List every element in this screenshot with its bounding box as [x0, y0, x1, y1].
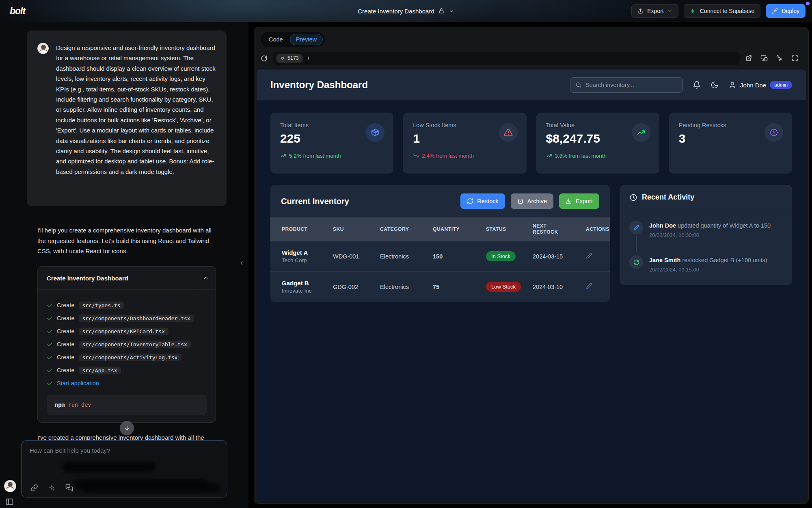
- export-csv-button[interactable]: Export: [559, 193, 599, 209]
- col-product: Product: [270, 217, 333, 241]
- search-input[interactable]: [585, 82, 678, 88]
- project-title-menu[interactable]: Create Inventory Dashboard: [358, 0, 454, 22]
- account-avatar[interactable]: [4, 480, 16, 492]
- package-icon: [366, 123, 384, 142]
- user-menu[interactable]: John Doe admin: [728, 81, 792, 89]
- fullscreen-icon[interactable]: [791, 54, 799, 62]
- recent-activity-card: Recent Activity John Doe updated quantit…: [620, 185, 792, 285]
- quantity-cell[interactable]: 150: [433, 241, 486, 271]
- file-chip[interactable]: src/types.ts: [79, 302, 124, 309]
- check-icon: [47, 328, 53, 334]
- tab-preview[interactable]: Preview: [290, 34, 323, 45]
- kpi-delta-text: 5.2% from last month: [289, 153, 341, 159]
- reload-icon[interactable]: [261, 55, 268, 62]
- open-external-icon[interactable]: [745, 54, 752, 62]
- refresh-icon: [629, 255, 643, 269]
- share-icon: [637, 8, 644, 14]
- project-title: Create Inventory Dashboard: [358, 8, 434, 15]
- devices-icon[interactable]: [760, 54, 768, 62]
- scroll-to-bottom-button[interactable]: [120, 421, 134, 435]
- connect-supabase-button[interactable]: Connect to Supabase: [684, 4, 761, 18]
- quantity-cell[interactable]: 75: [433, 271, 486, 302]
- edit-pencil-icon[interactable]: [586, 283, 592, 289]
- artifact-step: Create src/components/KPICard.tsx: [47, 325, 207, 338]
- current-inventory-card: Current Inventory Restock Archive: [270, 185, 610, 302]
- inventory-table: Product SKU Category Quantity Status Nex…: [270, 217, 610, 302]
- inspect-cursor-icon[interactable]: [776, 54, 783, 62]
- deploy-button[interactable]: Deploy: [766, 4, 806, 18]
- export-button[interactable]: Export: [631, 4, 678, 18]
- link-icon[interactable]: [30, 484, 38, 492]
- chevron-down-icon: [449, 9, 454, 14]
- bolt-logo[interactable]: bolt: [10, 6, 25, 17]
- app-header: Inventory Dashboard John Doe admin: [257, 69, 806, 100]
- inventory-search[interactable]: [570, 77, 683, 93]
- redacted-content: [63, 462, 155, 472]
- sparkles-icon[interactable]: [48, 484, 56, 492]
- chat-input[interactable]: [30, 447, 216, 461]
- edit-pencil-icon[interactable]: [586, 252, 592, 259]
- notification-dot: [806, 2, 810, 5]
- file-chip[interactable]: src/components/DashboardHeader.tsx: [79, 315, 194, 322]
- artifact-header[interactable]: Create Inventory Dashboard: [38, 267, 216, 290]
- trend-up-icon: [280, 153, 286, 159]
- check-icon: [47, 367, 53, 373]
- activity-item: Jane Smith restocked Gadget B (+100 unit…: [629, 255, 782, 273]
- activity-item: John Doe updated quantity of Widget A to…: [629, 221, 782, 238]
- file-chip[interactable]: src/components/InventoryTable.tsx: [79, 341, 191, 348]
- clock-icon: [629, 193, 637, 202]
- artifact-step: Create src/components/ActivityLog.tsx: [47, 351, 207, 364]
- download-icon: [566, 198, 572, 204]
- artifact-step: Create src/types.ts: [47, 299, 207, 312]
- preview-url-bar: 5173 /: [257, 49, 806, 67]
- panel-left-icon[interactable]: [5, 497, 14, 506]
- activity-title: Recent Activity: [642, 193, 694, 202]
- artifact-step: Create src/components/DashboardHeader.ts…: [47, 312, 207, 325]
- product-name: Gadget B: [282, 280, 333, 287]
- kpi-delta-text: 2.4% from last month: [422, 153, 474, 159]
- activity-action: restocked Gadget B (+100 units): [680, 257, 767, 263]
- file-chip[interactable]: src/App.tsx: [79, 367, 121, 374]
- collapse-chevron-up-icon[interactable]: [196, 267, 216, 290]
- table-row[interactable]: Widget A Tech Corp WDG-001 Electronics 1…: [270, 241, 610, 271]
- bell-icon[interactable]: [693, 81, 701, 89]
- chat-input-box[interactable]: [21, 440, 227, 498]
- port-pill[interactable]: 5173: [276, 54, 303, 63]
- chat-bubbles-icon[interactable]: [65, 484, 73, 492]
- top-bar: bolt Create Inventory Dashboard Export C…: [0, 0, 812, 22]
- user-name: John Doe: [740, 82, 766, 89]
- start-application-label: Start application: [57, 380, 99, 386]
- tab-code[interactable]: Code: [263, 34, 289, 45]
- restock-button[interactable]: Restock: [460, 193, 505, 209]
- app-title: Inventory Dashboard: [270, 79, 368, 91]
- moon-icon[interactable]: [710, 81, 719, 89]
- search-icon: [575, 82, 582, 88]
- table-row[interactable]: Gadget B Innovate Inc GDG-002 Electronic…: [270, 271, 610, 302]
- sku-cell: GDG-002: [333, 271, 380, 302]
- terminal-command: npm run dev: [47, 395, 207, 415]
- start-application-step[interactable]: Start application: [47, 377, 207, 390]
- file-chip[interactable]: src/components/ActivityLog.tsx: [79, 354, 181, 361]
- chevron-left-icon[interactable]: [239, 260, 245, 266]
- activity-action: updated quantity of Widget A to 150: [676, 222, 771, 229]
- address-bar[interactable]: 5173 /: [273, 52, 740, 65]
- rocket-icon: [772, 8, 778, 14]
- restock-label: Restock: [477, 198, 498, 204]
- product-supplier: Innovate Inc: [282, 288, 333, 294]
- kpi-card-total-items: Total Items 225 5.2% from last month: [270, 113, 393, 174]
- archive-button[interactable]: Archive: [511, 193, 553, 209]
- col-category: Category: [380, 217, 433, 241]
- port-number: 5173: [287, 55, 299, 61]
- artifact-title: Create Inventory Dashboard: [38, 275, 128, 282]
- kpi-grid: Total Items 225 5.2% from last month Low…: [270, 113, 792, 174]
- redacted-content: [82, 484, 220, 493]
- status-badge: In Stock: [486, 251, 516, 261]
- check-icon: [47, 380, 53, 386]
- connect-supabase-label: Connect to Supabase: [700, 8, 755, 14]
- status-badge: Low Stock: [486, 282, 521, 292]
- view-tabs: Code Preview: [257, 30, 806, 49]
- col-status: Status: [486, 217, 533, 241]
- chat-panel: Design a responsive and user-friendly in…: [0, 22, 248, 508]
- artifact-step: Create src/App.tsx: [47, 364, 207, 377]
- file-chip[interactable]: src/components/KPICard.tsx: [79, 328, 169, 335]
